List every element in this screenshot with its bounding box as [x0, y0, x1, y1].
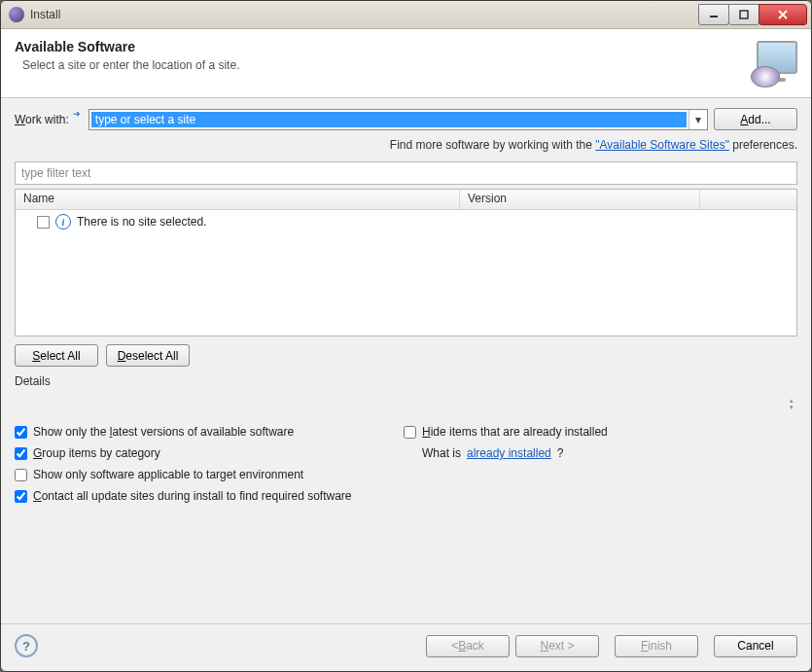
table-header: Name Version [16, 190, 796, 210]
install-dialog: Install Available Software Select a site… [0, 0, 812, 672]
svg-rect-1 [740, 11, 748, 18]
close-button[interactable] [759, 4, 807, 25]
col-name[interactable]: Name [16, 190, 460, 209]
software-table[interactable]: Name Version i There is no site selected… [15, 189, 797, 336]
deselect-all-button[interactable]: Deselect All [106, 344, 190, 367]
cancel-button[interactable]: Cancel [714, 635, 797, 657]
already-installed-hint: What is already installed? [404, 446, 797, 460]
work-with-value: type or select a site [91, 112, 687, 127]
chevron-down-icon[interactable]: ▾ [688, 110, 707, 129]
opt-latest[interactable]: Show only the latest versions of availab… [15, 425, 404, 439]
opt-contact[interactable]: Contact all update sites during install … [15, 489, 404, 503]
details-area: ▴▾ [15, 390, 797, 417]
already-installed-link[interactable]: already installed [467, 446, 551, 460]
button-bar: ? < Back Next > Finish Cancel [1, 623, 811, 671]
work-with-label: Work with: [15, 113, 69, 126]
page-subtitle: Select a site or enter the location of a… [15, 58, 751, 72]
finish-button[interactable]: Finish [615, 635, 698, 657]
empty-message: There is no site selected. [77, 215, 206, 229]
select-all-button[interactable]: Select All [15, 344, 98, 367]
available-sites-link[interactable]: "Available Software Sites" [595, 138, 729, 152]
col-version[interactable]: Version [460, 190, 700, 209]
details-label: Details [15, 374, 797, 388]
app-icon [9, 7, 24, 22]
wizard-header: Available Software Select a site or ente… [1, 29, 811, 98]
back-button[interactable]: < Back [426, 635, 510, 657]
add-button[interactable]: Add... [714, 108, 797, 130]
help-icon[interactable]: ? [15, 634, 38, 657]
maximize-button[interactable] [728, 4, 759, 25]
col-extra[interactable] [700, 190, 796, 209]
work-with-combo[interactable]: type or select a site ▾ [88, 109, 708, 130]
sites-hint: Find more software by working with the "… [15, 138, 797, 152]
opt-target[interactable]: Show only software applicable to target … [15, 468, 404, 481]
filter-placeholder: type filter text [21, 166, 90, 180]
info-marker-icon: ➔ [73, 109, 81, 119]
opt-hide[interactable]: Hide items that are already installed [404, 425, 797, 439]
table-row: i There is no site selected. [23, 214, 789, 230]
page-title: Available Software [15, 39, 751, 54]
window-title: Install [30, 8, 699, 21]
minimize-button[interactable] [698, 4, 729, 25]
titlebar[interactable]: Install [1, 1, 811, 29]
next-button[interactable]: Next > [515, 635, 599, 657]
info-icon: i [55, 214, 71, 230]
opt-group[interactable]: Group items by category [15, 446, 404, 460]
install-icon [751, 39, 797, 86]
details-spinner[interactable]: ▴▾ [790, 397, 794, 410]
filter-input[interactable]: type filter text [15, 161, 797, 185]
row-checkbox[interactable] [37, 216, 50, 229]
